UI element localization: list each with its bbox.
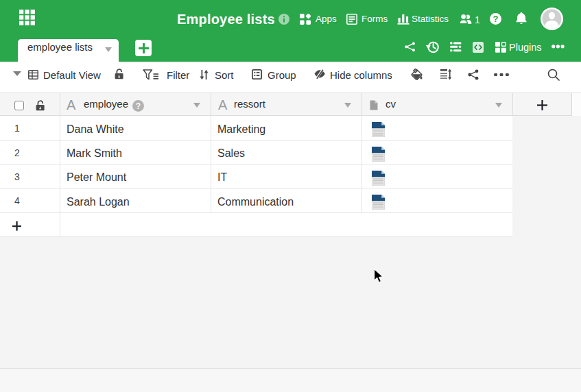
svg-text:?: ?	[136, 101, 141, 111]
svg-text:?: ?	[493, 14, 499, 24]
